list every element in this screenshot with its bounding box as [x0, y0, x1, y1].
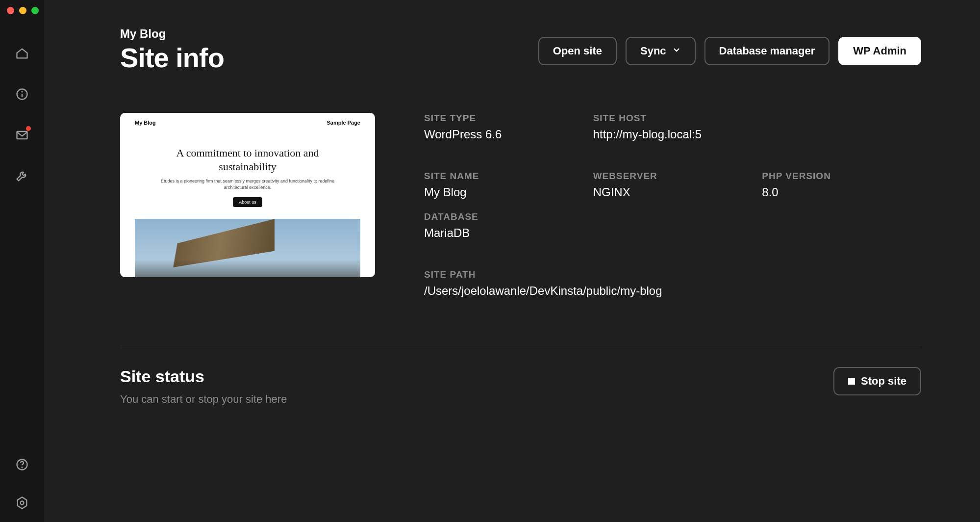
chevron-down-icon	[672, 45, 681, 57]
value-site-name: My Blog	[424, 185, 583, 199]
info-icon[interactable]	[15, 87, 29, 101]
notification-badge	[26, 126, 31, 131]
label-database: DATABASE	[424, 211, 921, 222]
preview-image	[135, 219, 360, 277]
preview-site-title: My Blog	[135, 120, 156, 126]
page-title: Site info	[120, 42, 224, 74]
close-window-icon[interactable]	[7, 7, 14, 14]
site-info-grid: SITE TYPE WordPress 6.6 SITE HOST http:/…	[424, 113, 921, 298]
value-webserver: NGINX	[593, 185, 753, 199]
svg-point-6	[21, 501, 24, 505]
preview-subtext: Études is a pioneering firm that seamles…	[150, 178, 346, 190]
value-site-path[interactable]: /Users/joelolawanle/DevKinsta/public/my-…	[424, 284, 921, 298]
minimize-window-icon[interactable]	[19, 7, 26, 14]
sync-button[interactable]: Sync	[626, 37, 696, 65]
site-name: My Blog	[120, 27, 224, 41]
home-icon[interactable]	[15, 47, 29, 60]
help-icon[interactable]	[15, 458, 29, 471]
preview-headline: A commitment to innovation and sustainab…	[150, 146, 346, 173]
stop-site-label: Stop site	[861, 375, 906, 388]
site-status-subtitle: You can start or stop your site here	[120, 393, 287, 406]
sidebar	[0, 0, 44, 522]
label-site-name: SITE NAME	[424, 171, 583, 182]
svg-point-5	[22, 467, 22, 468]
stop-icon	[848, 378, 855, 385]
label-site-type: SITE TYPE	[424, 113, 583, 124]
label-site-host: SITE HOST	[593, 113, 921, 124]
sync-label: Sync	[640, 45, 666, 57]
wp-admin-button[interactable]: WP Admin	[838, 37, 921, 65]
label-webserver: WEBSERVER	[593, 171, 753, 182]
value-php-version: 8.0	[762, 185, 921, 199]
section-divider	[120, 347, 921, 347]
stop-site-button[interactable]: Stop site	[833, 367, 921, 395]
site-status-title: Site status	[120, 367, 287, 386]
label-site-path: SITE PATH	[424, 269, 921, 280]
database-manager-button[interactable]: Database manager	[704, 37, 830, 65]
label-php-version: PHP VERSION	[762, 171, 921, 182]
main-content: My Blog Site info Open site Sync Databas…	[44, 0, 980, 522]
site-preview-thumbnail[interactable]: My Blog Sample Page A commitment to inno…	[120, 113, 375, 277]
preview-nav-item: Sample Page	[327, 120, 360, 126]
header-actions: Open site Sync Database manager WP Admin	[538, 37, 921, 65]
zoom-window-icon[interactable]	[31, 7, 39, 14]
svg-point-2	[22, 91, 22, 92]
preview-cta: About us	[233, 197, 262, 207]
window-traffic-lights	[7, 7, 39, 14]
gear-hex-icon[interactable]	[15, 496, 29, 510]
database-manager-label: Database manager	[719, 45, 815, 57]
open-site-button[interactable]: Open site	[538, 37, 617, 65]
value-site-type: WordPress 6.6	[424, 128, 583, 141]
value-database: MariaDB	[424, 226, 921, 240]
open-site-label: Open site	[553, 45, 602, 57]
value-site-host[interactable]: http://my-blog.local:5	[593, 128, 921, 141]
wrench-icon[interactable]	[15, 169, 29, 183]
wp-admin-label: WP Admin	[853, 45, 906, 57]
mail-icon[interactable]	[15, 128, 29, 142]
